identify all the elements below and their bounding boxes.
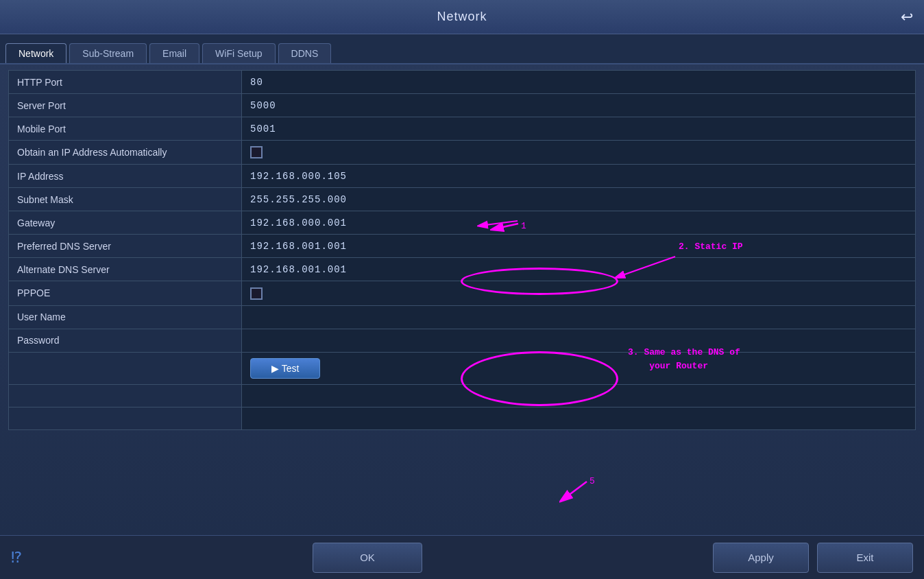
table-row: Obtain an IP Address Automatically <box>9 141 916 165</box>
tab-email[interactable]: Email <box>149 43 199 63</box>
alternate-dns-input[interactable] <box>250 264 907 275</box>
table-row: Mobile Port <box>9 117 916 141</box>
table-row: Server Port <box>9 94 916 117</box>
table-row: Preferred DNS Server <box>9 235 916 258</box>
gateway-input[interactable] <box>250 217 907 228</box>
bottom-right: Apply Exit <box>713 543 913 573</box>
tab-wifi-setup[interactable]: WiFi Setup <box>202 43 275 63</box>
tab-sub-stream[interactable]: Sub-Stream <box>69 43 147 63</box>
alternate-dns-label: Alternate DNS Server <box>9 258 242 281</box>
bottom-bar: ⁉ OK Apply Exit <box>0 535 924 579</box>
table-row: HTTP Port <box>9 71 916 94</box>
tab-network[interactable]: Network <box>5 43 66 63</box>
table-row: Password <box>9 329 916 352</box>
tabs-bar: Network Sub-Stream Email WiFi Setup DDNS <box>0 34 924 64</box>
empty-row2-value <box>242 407 916 429</box>
preferred-dns-input[interactable] <box>250 241 907 252</box>
username-label: User Name <box>9 305 242 329</box>
mobile-port-value <box>242 117 916 141</box>
ip-address-value <box>242 165 916 188</box>
empty-row-value <box>242 384 916 407</box>
pppoe-checkbox[interactable] <box>250 287 263 300</box>
title-bar: Network ↩ <box>0 0 924 34</box>
username-input[interactable] <box>250 312 907 323</box>
table-row <box>9 407 916 429</box>
table-row: Subnet Mask <box>9 188 916 211</box>
http-port-input[interactable] <box>250 77 907 88</box>
pppoe-label: PPPOE <box>9 281 242 305</box>
empty-row-label <box>9 384 242 407</box>
server-port-label: Server Port <box>9 94 242 117</box>
empty-row2-label <box>9 407 242 429</box>
main-content: HTTP Port Server Port Mobile Port <box>0 64 924 535</box>
network-form-table: HTTP Port Server Port Mobile Port <box>8 70 916 430</box>
password-input[interactable] <box>250 335 907 346</box>
subnet-mask-input[interactable] <box>250 194 907 205</box>
test-row-label <box>9 352 242 384</box>
username-value <box>242 305 916 329</box>
content-area: HTTP Port Server Port Mobile Port <box>0 64 924 535</box>
table-row: PPPOE <box>9 281 916 305</box>
alternate-dns-value <box>242 258 916 281</box>
table-row: User Name <box>9 305 916 329</box>
table-row: Gateway <box>9 211 916 235</box>
password-value <box>242 329 916 352</box>
subnet-mask-value <box>242 188 916 211</box>
exit-button[interactable]: Exit <box>817 543 913 573</box>
preferred-dns-label: Preferred DNS Server <box>9 235 242 258</box>
password-label: Password <box>9 329 242 352</box>
obtain-ip-value <box>242 141 916 165</box>
info-icon: ⁉ <box>11 549 22 567</box>
bottom-center: OK <box>313 543 422 573</box>
subnet-mask-label: Subnet Mask <box>9 188 242 211</box>
tab-ddns[interactable]: DDNS <box>278 43 332 63</box>
server-port-value <box>242 94 916 117</box>
gateway-label: Gateway <box>9 211 242 235</box>
bottom-left: ⁉ <box>11 549 22 567</box>
obtain-ip-checkbox[interactable] <box>250 146 263 158</box>
apply-button[interactable]: Apply <box>713 543 809 573</box>
window-title: Network <box>437 10 487 24</box>
test-row-value: ▶ Test <box>242 352 916 384</box>
table-row <box>9 384 916 407</box>
pppoe-value <box>242 281 916 305</box>
preferred-dns-value <box>242 235 916 258</box>
mobile-port-input[interactable] <box>250 123 907 134</box>
ip-address-label: IP Address <box>9 165 242 188</box>
http-port-value <box>242 71 916 94</box>
http-port-label: HTTP Port <box>9 71 242 94</box>
ip-address-input[interactable] <box>250 171 907 182</box>
back-button[interactable]: ↩ <box>901 8 913 26</box>
server-port-input[interactable] <box>250 100 907 111</box>
table-row: Alternate DNS Server <box>9 258 916 281</box>
obtain-ip-label: Obtain an IP Address Automatically <box>9 141 242 165</box>
gateway-value <box>242 211 916 235</box>
mobile-port-label: Mobile Port <box>9 117 242 141</box>
ok-button[interactable]: OK <box>313 543 422 573</box>
test-button[interactable]: ▶ Test <box>250 358 320 379</box>
window: Network ↩ Network Sub-Stream Email WiFi … <box>0 0 924 579</box>
table-row: IP Address <box>9 165 916 188</box>
table-row: ▶ Test <box>9 352 916 384</box>
